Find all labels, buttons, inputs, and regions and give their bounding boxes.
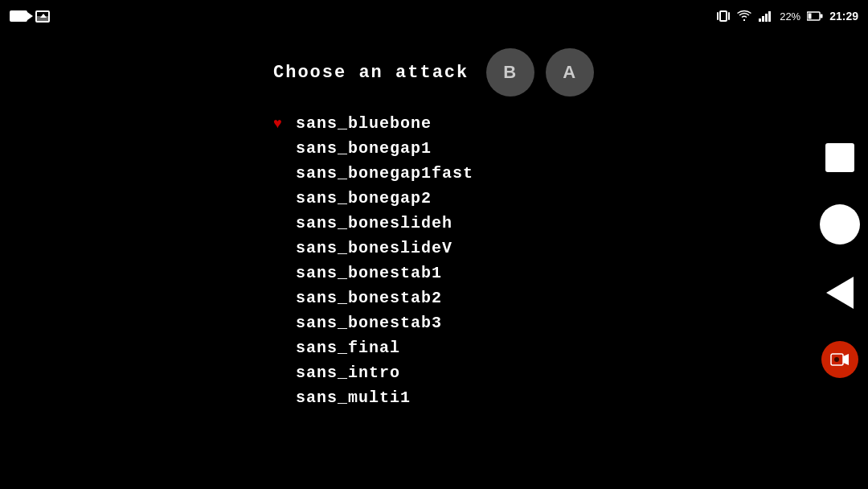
square-button[interactable] [825,143,854,172]
attack-item[interactable]: sans_intro [273,360,868,385]
attack-item[interactable]: sans_boneslideh [273,211,868,236]
attack-item[interactable]: sans_boneslideV [273,236,868,261]
svg-rect-5 [821,14,823,18]
choose-text: Choose an attack [273,63,469,83]
record-icon [830,352,850,367]
attack-name: sans_intro [296,364,400,382]
status-bar-right: 22% 21:29 [717,10,858,23]
svg-point-9 [834,357,839,362]
battery-icon [807,11,823,21]
wifi-icon [736,10,752,23]
attack-name: sans_bonegap2 [296,189,432,208]
svg-rect-2 [765,14,768,22]
back-button[interactable] [826,277,854,309]
attack-item[interactable]: sans_bonestab1 [273,261,868,286]
heart-icon: ♥ [273,116,283,132]
attack-list: ♥sans_bluebonesans_bonegap1sans_bonegap1… [273,111,868,410]
attack-item[interactable]: sans_bonegap1fast [273,161,868,186]
a-button[interactable]: A [546,48,594,97]
status-bar-left [10,10,50,23]
status-time: 21:29 [829,10,858,23]
circle-button[interactable] [820,204,860,244]
attack-name: sans_boneslideV [296,239,452,257]
attack-name: sans_bonestab1 [296,264,442,282]
attack-name: sans_final [296,339,400,357]
attack-selector: ♥ [273,116,296,132]
attack-item[interactable]: sans_bonestab2 [273,286,868,310]
svg-marker-8 [843,354,849,365]
gallery-icon [35,10,50,23]
attack-item[interactable]: sans_final [273,335,868,360]
b-button[interactable]: B [486,48,534,97]
attack-name: sans_bonegap1 [296,139,432,158]
attack-name: sans_bonestab2 [296,289,442,307]
choose-label: Choose an attack B A [273,48,868,97]
attack-item[interactable]: sans_bonegap1 [273,136,868,161]
attack-name: sans_bluebone [296,114,432,133]
game-buttons: B A [486,48,594,97]
svg-rect-1 [762,16,764,22]
svg-rect-3 [768,11,771,22]
status-bar: 22% 21:29 [0,0,868,32]
video-camera-icon [10,10,27,22]
attack-name: sans_bonestab3 [296,314,442,332]
attack-item[interactable]: sans_multi1 [273,385,868,410]
record-button[interactable] [821,341,858,378]
attack-item[interactable]: sans_bonegap2 [273,186,868,211]
attack-name: sans_multi1 [296,388,411,407]
attack-item[interactable]: sans_bonestab3 [273,310,868,335]
main-content: Choose an attack B A ♥sans_bluebonesans_… [0,32,868,489]
attack-item[interactable]: ♥sans_bluebone [273,111,868,136]
battery-percent: 22% [780,10,800,23]
svg-rect-6 [809,14,812,19]
signal-icon [759,10,773,22]
right-controls [812,32,868,489]
vibrate-icon [717,10,730,22]
svg-rect-0 [759,18,761,22]
attack-name: sans_bonegap1fast [296,164,473,183]
attack-name: sans_boneslideh [296,214,452,232]
